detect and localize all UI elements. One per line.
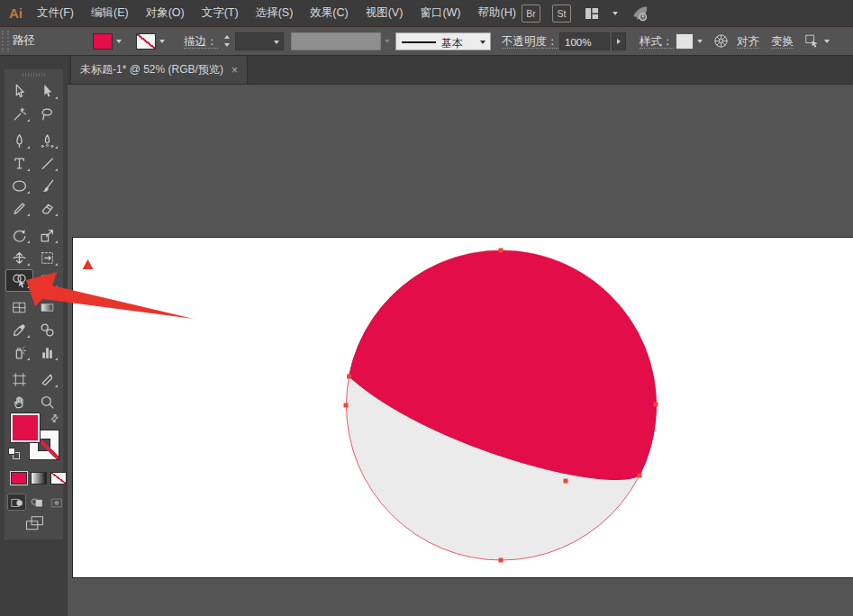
color-mode-button[interactable] [11, 472, 27, 485]
width-profile-chevron-icon[interactable] [480, 41, 485, 44]
menu-edit[interactable]: 编辑(E) [91, 5, 129, 21]
lasso-tool-button[interactable] [33, 103, 61, 125]
symbol-sprayer-tool-button[interactable] [5, 341, 33, 364]
select-similar-chevron-icon[interactable] [824, 40, 830, 43]
pen-tool-icon [11, 132, 28, 149]
bridge-icon[interactable]: Br [522, 5, 540, 23]
menu-window[interactable]: 窗口(W) [420, 5, 460, 21]
hand-tool-button[interactable] [5, 391, 33, 413]
brush-definition-dropdown[interactable] [291, 32, 381, 50]
style-swatch[interactable] [676, 33, 694, 50]
type-tool-button[interactable] [5, 152, 33, 175]
free-transform-tool-button[interactable] [33, 247, 61, 269]
slice-tool-button[interactable] [33, 368, 61, 391]
stock-icon[interactable]: St [552, 5, 571, 23]
menu-object[interactable]: 对象(O) [146, 5, 185, 21]
draw-behind-button[interactable] [27, 494, 46, 511]
perspective-grid-tool-button[interactable] [33, 269, 61, 292]
selection-tool-button[interactable] [5, 80, 33, 103]
swap-fill-stroke-icon[interactable]: ⇄ [48, 412, 62, 426]
scale-tool-button[interactable] [33, 224, 61, 247]
none-mode-button[interactable] [50, 472, 67, 485]
scale-tool-icon [39, 227, 56, 244]
tab-close-icon[interactable]: × [231, 64, 238, 77]
stepper-up-icon[interactable] [224, 35, 230, 39]
screen-mode-button[interactable] [24, 515, 46, 531]
fill-proxy-swatch[interactable] [11, 413, 40, 442]
shaper-tool-button[interactable] [5, 197, 33, 220]
gradient-tool-button[interactable] [33, 296, 61, 319]
perspective-grid-tool-icon [39, 272, 56, 289]
draw-inside-button[interactable] [47, 494, 66, 511]
anchor-divide-left[interactable] [347, 375, 351, 379]
paintbrush-tool-button[interactable] [33, 175, 61, 197]
stroke-panel-link[interactable]: 描边： [184, 35, 218, 49]
magic-wand-tool-button[interactable] [5, 103, 33, 125]
direct-selection-tool-button[interactable] [33, 80, 61, 103]
width-profile-dropdown[interactable]: 基本 [395, 32, 491, 50]
controlbar-grip[interactable] [2, 31, 9, 52]
artboard-tool-button[interactable] [5, 368, 33, 391]
anchor-left[interactable] [344, 403, 349, 408]
pen-tool-button[interactable] [5, 130, 33, 152]
anchor-divide-right[interactable] [638, 474, 642, 478]
line-segment-tool-button[interactable] [33, 152, 61, 175]
zoom-tool-button[interactable] [33, 391, 61, 413]
opacity-link[interactable]: 不透明度： [502, 35, 558, 49]
eyedropper-tool-button[interactable] [5, 319, 33, 341]
free-transform-tool-icon [39, 249, 56, 267]
selection-tool-icon [11, 83, 28, 100]
artwork [73, 238, 853, 577]
anchor-top[interactable] [499, 249, 504, 253]
opacity-value: 100% [565, 36, 591, 49]
stroke-color-chevron-icon[interactable] [159, 40, 165, 43]
recolor-artwork-icon[interactable] [712, 32, 730, 50]
gradient-mode-button[interactable] [31, 472, 47, 485]
menu-effect[interactable]: 效果(C) [310, 5, 348, 21]
gpu-performance-icon[interactable] [630, 4, 651, 23]
draw-normal-button[interactable] [7, 494, 26, 511]
canvas-pasteboard[interactable] [68, 85, 853, 616]
stroke-width-chevron-icon[interactable] [274, 41, 279, 44]
blend-tool-button[interactable] [33, 319, 61, 341]
transform-link[interactable]: 变换 [771, 35, 794, 49]
stepper-down-icon[interactable] [224, 43, 230, 47]
curvature-tool-button[interactable] [33, 130, 61, 152]
menu-view[interactable]: 视图(V) [366, 5, 404, 21]
mesh-tool-button[interactable] [5, 296, 33, 319]
shape-builder-tool-button[interactable] [5, 269, 33, 292]
workspace-chevron-icon[interactable] [613, 12, 618, 15]
screen-mode-icon [24, 515, 46, 531]
stroke-color-swatch[interactable] [136, 33, 156, 50]
menu-help[interactable]: 帮助(H) [478, 5, 516, 21]
eraser-tool-button[interactable] [33, 197, 61, 220]
menu-file[interactable]: 文件(F) [37, 5, 74, 21]
opacity-more-button[interactable] [612, 32, 626, 50]
style-link[interactable]: 样式： [640, 35, 674, 49]
workspace-switcher-icon[interactable] [583, 5, 601, 22]
tools-panel: ⇄ [4, 68, 64, 540]
select-similar-icon[interactable] [803, 32, 821, 50]
anchor-divide-mid[interactable] [564, 479, 568, 484]
rotate-tool-button[interactable] [5, 224, 33, 247]
width-tool-button[interactable] [5, 247, 33, 269]
tools-panel-grip[interactable] [23, 73, 46, 77]
anchor-bottom[interactable] [499, 558, 504, 563]
artboard[interactable] [72, 237, 853, 578]
magic-wand-tool-icon [11, 105, 28, 122]
menu-type[interactable]: 文字(T) [202, 5, 239, 21]
stroke-width-stepper[interactable] [222, 32, 233, 50]
opacity-field[interactable]: 100% [559, 32, 610, 50]
fill-color-chevron-icon[interactable] [116, 40, 122, 43]
menu-select[interactable]: 选择(S) [256, 5, 294, 21]
align-link[interactable]: 对齐 [737, 35, 759, 49]
stroke-none-diagonal [137, 34, 155, 49]
stroke-width-dropdown[interactable] [235, 32, 284, 50]
column-graph-tool-button[interactable] [33, 341, 61, 364]
anchor-right[interactable] [654, 403, 658, 407]
document-tab[interactable]: 未标题-1* @ 52% (RGB/预览) × [70, 56, 248, 84]
fill-color-swatch[interactable] [93, 33, 113, 50]
ellipse-tool-button[interactable] [5, 175, 33, 197]
default-fill-stroke-icon[interactable] [8, 448, 21, 460]
style-chevron-icon[interactable] [697, 40, 703, 43]
